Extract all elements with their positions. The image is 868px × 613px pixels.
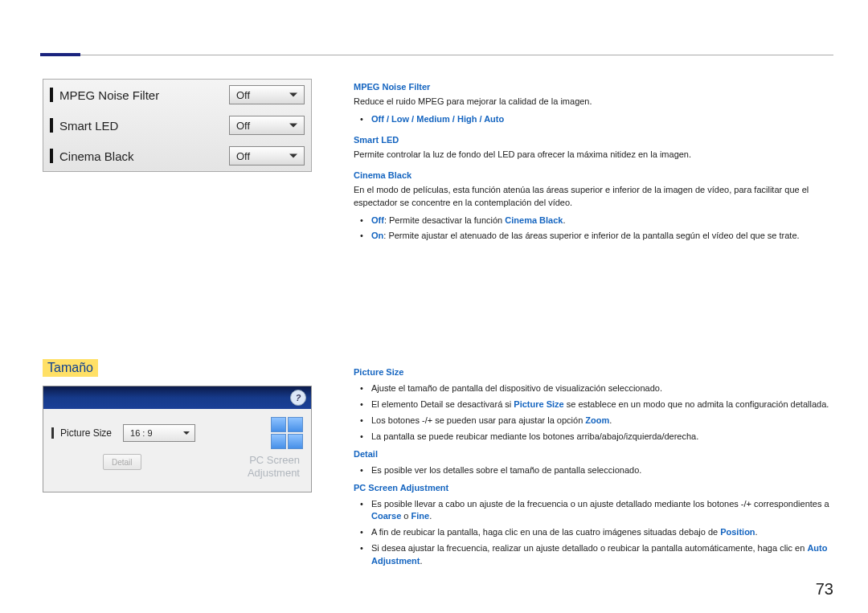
mpeg-options-item: Off / Low / Medium / High / Auto xyxy=(354,113,833,126)
help-icon[interactable]: ? xyxy=(290,390,306,406)
cinema-on-text: : Permite ajustar el atenuado de las áre… xyxy=(383,231,799,240)
cinema-black-select[interactable]: Off xyxy=(229,146,305,166)
header-divider xyxy=(80,55,833,55)
smart-led-value: Off xyxy=(236,120,250,132)
cinema-black-heading: Cinema Black xyxy=(354,170,833,182)
picture-size-heading: Picture Size xyxy=(354,366,833,379)
cinema-black-description: En el modo de películas, esta función at… xyxy=(354,184,833,210)
position-cell-br[interactable] xyxy=(288,434,303,449)
position-grid[interactable] xyxy=(271,417,303,449)
pcsa-bullet-2: A fin de reubicar la pantalla, haga clic… xyxy=(354,526,833,539)
mpeg-noise-filter-description: Reduce el ruido MPEG para mejorar la cal… xyxy=(354,96,833,108)
pcsa-bullet-3: Si desea ajustar la frecuencia, realizar… xyxy=(354,542,833,568)
row-marker-icon xyxy=(50,118,53,133)
picture-size-ref: Picture Size xyxy=(514,399,563,409)
picture-size-label: Picture Size xyxy=(60,427,112,439)
position-cell-tl[interactable] xyxy=(271,417,286,432)
ps-bullet-3: Los botones -/+ se pueden usar para ajus… xyxy=(354,415,833,427)
ps-bullet-2: El elemento Detail se desactivará si Pic… xyxy=(354,398,833,411)
cinema-off-item: Off: Permite desactivar la función Cinem… xyxy=(354,215,833,227)
picture-size-select[interactable]: 16 : 9 xyxy=(123,424,195,442)
smart-led-label: Smart LED xyxy=(59,119,229,133)
cinema-off-text: : Permite desactivar la función xyxy=(384,215,505,225)
section1-content: MPEG Noise Filter Reduce el ruido MPEG p… xyxy=(354,81,833,249)
mpeg-noise-filter-value: Off xyxy=(236,89,250,101)
cinema-black-label: Cinema Black xyxy=(59,149,229,163)
cinema-black-ref: Cinema Black xyxy=(505,215,563,225)
tamano-heading: Tamaño xyxy=(43,359,98,377)
smart-led-select[interactable]: Off xyxy=(229,116,305,135)
cinema-black-value: Off xyxy=(236,150,250,162)
detail-heading: Detail xyxy=(354,448,833,461)
detail-bullet: Es posible ver los detalles sobre el tam… xyxy=(354,464,833,477)
row-marker-icon xyxy=(50,88,53,102)
detail-button: Detail xyxy=(103,454,141,470)
row-marker-icon xyxy=(50,149,53,163)
coarse-ref: Coarse xyxy=(371,511,401,521)
pcsa-bullet-1: Es posible llevar a cabo un ajuste de la… xyxy=(354,498,833,524)
panel2-footer: Detail PC Screen Adjustment xyxy=(43,454,311,484)
cinema-on-item: On: Permite ajustar el atenuado de las á… xyxy=(354,230,833,243)
mpeg-noise-filter-row: MPEG Noise Filter Off xyxy=(43,80,311,110)
chevron-down-icon xyxy=(183,431,190,435)
pc-screen-adjustment-ghost: PC Screen Adjustment xyxy=(248,454,303,479)
mpeg-noise-filter-label: MPEG Noise Filter xyxy=(59,88,229,102)
row-marker-icon xyxy=(51,427,54,439)
zoom-ref: Zoom xyxy=(585,415,609,425)
noise-filter-panel: MPEG Noise Filter Off Smart LED Off Cine… xyxy=(43,79,312,172)
position-cell-bl[interactable] xyxy=(271,434,286,449)
ghost-line1: PC Screen xyxy=(248,454,300,467)
ps-bullet-4: La pantalla se puede reubicar mediante l… xyxy=(354,431,833,443)
mpeg-noise-filter-heading: MPEG Noise Filter xyxy=(354,81,833,94)
smart-led-row: Smart LED Off xyxy=(43,110,311,141)
smart-led-heading: Smart LED xyxy=(354,134,833,147)
panel-titlebar: ? xyxy=(43,386,311,409)
picture-size-panel: ? Picture Size 16 : 9 Detail PC Screen A… xyxy=(43,386,312,492)
cinema-off-label: Off xyxy=(371,215,384,225)
picture-size-body: Picture Size 16 : 9 xyxy=(43,409,311,454)
cinema-black-row: Cinema Black Off xyxy=(43,141,311,171)
ps-bullet-1: Ajuste el tamaño de pantalla del disposi… xyxy=(354,382,833,395)
fine-ref: Fine xyxy=(411,511,430,521)
chevron-down-icon xyxy=(289,154,297,158)
picture-size-value: 16 : 9 xyxy=(130,428,153,438)
pc-screen-adjustment-heading: PC Screen Adjustment xyxy=(354,482,833,495)
detail-ref: Detail xyxy=(420,399,443,409)
ghost-line2: Adjustment xyxy=(248,467,300,480)
page-number: 73 xyxy=(816,580,833,599)
chevron-down-icon xyxy=(289,93,297,97)
section2-content: Picture Size Ajuste el tamaño de pantall… xyxy=(354,362,833,571)
chevron-down-icon xyxy=(289,124,297,128)
position-ref: Position xyxy=(720,527,755,537)
position-cell-tr[interactable] xyxy=(288,417,303,432)
smart-led-description: Permite controlar la luz de fondo del LE… xyxy=(354,149,833,161)
mpeg-options-text: Off / Low / Medium / High / Auto xyxy=(371,114,504,124)
cinema-on-label: On xyxy=(371,231,383,240)
header-accent-bar xyxy=(40,53,80,56)
mpeg-noise-filter-select[interactable]: Off xyxy=(229,85,305,104)
